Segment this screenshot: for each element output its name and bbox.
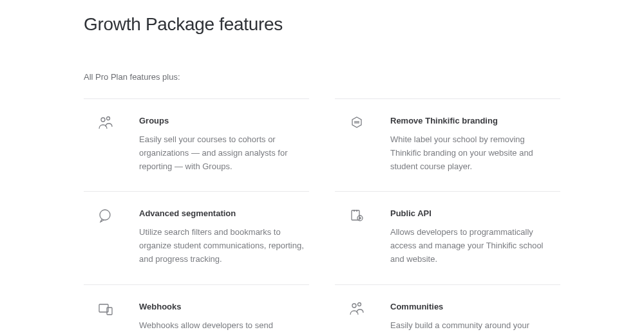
svg-point-1: [107, 117, 110, 120]
feature-card: Advanced segmentation Utilize search fil…: [84, 191, 309, 284]
svg-rect-6: [107, 308, 112, 315]
feature-title: Webhooks: [139, 302, 305, 311]
feature-desc: Easily build a community around your con…: [390, 319, 556, 332]
feature-title: Public API: [390, 208, 556, 218]
hex-icon: [349, 116, 367, 131]
feature-title: Communities: [390, 302, 556, 311]
svg-point-7: [352, 304, 356, 308]
feature-desc: Allows developers to programmatically ac…: [390, 226, 556, 266]
feature-desc: White label your school by removing Thin…: [390, 133, 556, 173]
section-subtitle: All Pro Plan features plus:: [84, 72, 560, 82]
devices-icon: [98, 302, 116, 317]
feature-desc: Webhooks allow developers to send Thinki…: [139, 319, 305, 332]
feature-card: Communities Easily build a community aro…: [335, 284, 560, 332]
svg-point-8: [358, 302, 361, 306]
groups-icon: [349, 302, 367, 317]
feature-desc: Utilize search filters and bookmarks to …: [139, 226, 305, 266]
page-title: Growth Package features: [84, 14, 560, 35]
svg-rect-3: [352, 210, 359, 220]
feature-title: Groups: [139, 116, 305, 125]
feature-card: Remove Thinkific branding White label yo…: [335, 98, 560, 191]
groups-icon: [98, 116, 116, 131]
feature-card: Groups Easily sell your courses to cohor…: [84, 98, 309, 191]
feature-desc: Easily sell your courses to cohorts or o…: [139, 133, 305, 173]
features-grid: Groups Easily sell your courses to cohor…: [84, 98, 560, 332]
svg-point-0: [101, 118, 105, 122]
chat-icon: [98, 208, 116, 224]
api-icon: [349, 208, 367, 224]
feature-card: Public API Allows developers to programm…: [335, 191, 560, 284]
feature-title: Advanced segmentation: [139, 208, 305, 218]
feature-title: Remove Thinkific branding: [390, 116, 556, 125]
feature-card: Webhooks Webhooks allow developers to se…: [84, 284, 309, 332]
svg-point-2: [100, 210, 110, 220]
